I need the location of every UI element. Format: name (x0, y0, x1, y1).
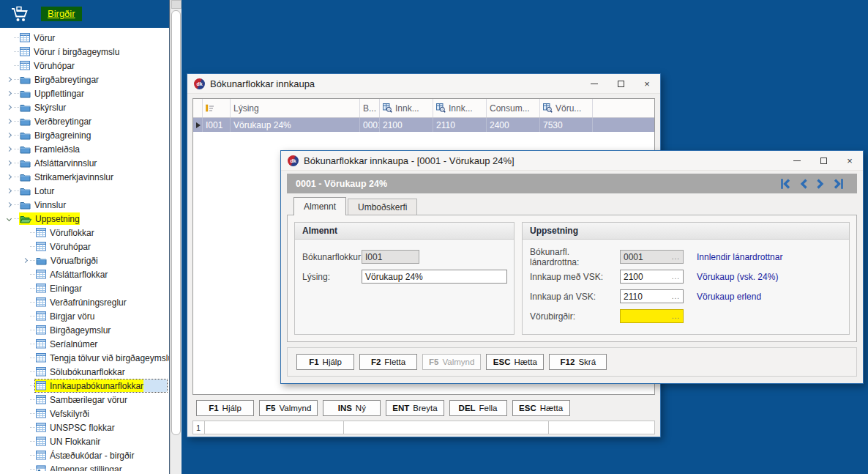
tab-almennt[interactable]: Almennt (293, 197, 346, 215)
chevron-right-icon[interactable] (7, 147, 12, 152)
scrollbar-up-button[interactable] (171, 0, 182, 9)
column-header-consum-6[interactable]: Consum... (487, 99, 540, 117)
minimize-button[interactable] (581, 74, 607, 93)
table-row[interactable]: I001Vörukaup 24%00012100211024007530 (193, 118, 654, 132)
tree-item-v-ruflokkar[interactable]: Vöruflokkar (0, 226, 169, 240)
f1-hj-lp-button[interactable]: F1Hjálp (296, 354, 354, 370)
tree-item-ver-afr-ningsreglur[interactable]: Verðafrúningsreglur (0, 295, 169, 309)
tree-item-vinnslur[interactable]: Vinnslur (0, 198, 169, 212)
v-rubirg-ir-field[interactable]: ... (620, 309, 684, 323)
tree-item-lotur[interactable]: Lotur (0, 184, 169, 198)
column-header-v-ru-7[interactable]: Vöru... (540, 99, 593, 117)
field-label: Vörubirgðir: (530, 311, 620, 322)
tab-umbo-skerfi[interactable]: Umboðskerfi (348, 199, 417, 215)
tree-item-sk-rslur[interactable]: Skýrslur (0, 100, 169, 114)
tree-item-label: Strikamerkjavinnslur (34, 172, 113, 182)
maximize-button[interactable] (810, 151, 837, 170)
status-cell-3 (549, 421, 654, 434)
tree-item-innkaupab-kunarflokkar[interactable]: Innkaupabókunarflokkar (0, 379, 169, 393)
l-sing-field[interactable]: Vörukaup 24% (362, 270, 507, 284)
column-header-innk-4[interactable]: Innk... (380, 99, 433, 117)
tree-item-un-flokkanir[interactable]: UN Flokkanir (0, 434, 169, 448)
tree-item-framlei-sla[interactable]: Framleiðsla (0, 142, 169, 156)
tree-item-ver-breytingar[interactable]: Verðbreytingar (0, 114, 169, 128)
first-record-button[interactable] (780, 179, 793, 189)
tree-item-v-ruafbrig-i[interactable]: Vöruafbrigði (0, 253, 169, 267)
column-header-sort[interactable] (203, 99, 231, 117)
minimize-button[interactable] (784, 151, 810, 170)
tree-item-v-rur-birg-ageymslu[interactable]: Vörur í birgðageymslu (0, 45, 169, 59)
tree-item-almennar-stillingar[interactable]: Almennar stillingar (0, 462, 169, 471)
field-helper-text: Innlendir lánardrottnar (697, 252, 782, 262)
tree-item-birg-abreytingar[interactable]: Birgðabreytingar (0, 73, 169, 86)
column-header-b-3[interactable]: B... (360, 99, 380, 117)
tree-item-vefskilyr-i[interactable]: Vefskilyrði (0, 407, 169, 421)
tree-item-label: Verðbreytingar (34, 116, 91, 127)
tree-item-afsl-ttarvinnslur[interactable]: Afsláttarvinnslur (0, 156, 169, 170)
f5-valmynd-button[interactable]: F5Valmynd (259, 400, 318, 416)
ent-breyta-button[interactable]: ENTBreyta (386, 400, 444, 416)
tree-item-birg-agreining[interactable]: Birgðagreining (0, 128, 169, 142)
chevron-right-icon[interactable] (7, 188, 12, 193)
chevron-right-icon[interactable] (7, 202, 12, 207)
tree-item-v-ruh-par[interactable]: Vöruhópar (0, 240, 169, 253)
chevron-right-icon[interactable] (7, 105, 12, 110)
column-header-l-sing-2[interactable]: Lýsing (231, 99, 360, 117)
tree-item-birgjar-v-ru[interactable]: Birgjar vöru (0, 309, 169, 323)
field-helper-text: Vörukaup erlend (697, 292, 761, 302)
scrollbar-thumb[interactable] (171, 10, 181, 435)
previous-record-button[interactable] (799, 179, 809, 189)
column-header-innk-5[interactable]: Innk... (433, 99, 487, 117)
tree-connector (14, 149, 19, 149)
tree-item-s-lub-kunarflokkar[interactable]: Sölubókunarflokkar (0, 365, 169, 379)
f2-fletta-button[interactable]: F2Fletta (359, 354, 417, 370)
lookup-button[interactable]: ... (672, 254, 680, 260)
tree-item-uppsetning[interactable]: Uppsetning (0, 212, 169, 226)
next-record-button[interactable] (815, 179, 825, 189)
tree-item-label: Vinnslur (34, 200, 66, 210)
tree-item-afsl-ttarflokkar[interactable]: Afsláttarflokkar (0, 267, 169, 281)
table-icon (36, 311, 46, 321)
chevron-right-icon[interactable] (23, 258, 28, 263)
cell-3: 0001 (360, 118, 380, 132)
chevron-down-icon[interactable] (7, 216, 12, 221)
tree-item-label: Vöruhópar (50, 242, 91, 252)
last-record-button[interactable] (831, 179, 844, 189)
tree-item-samb-rilegar-v-rur[interactable]: Sambærilegar vörur (0, 393, 169, 407)
esc-h-tta-button[interactable]: ESCHætta (486, 354, 544, 370)
lookup-button[interactable]: ... (672, 274, 680, 280)
group-uppsetning: Uppsetning Bókunarfl. lánardrottna:0001.… (522, 222, 850, 335)
f12-skr-button[interactable]: F12Skrá (549, 354, 607, 370)
tree-item-birg-ageymslur[interactable]: Birgðageymslur (0, 323, 169, 337)
tree-item-unspsc-flokkar[interactable]: UNSPSC flokkar (0, 421, 169, 434)
tree-item-ser-aln-mer[interactable]: Seríalnúmer (0, 337, 169, 351)
tree-item-v-rur[interactable]: Vörur (0, 31, 169, 45)
chevron-right-icon[interactable] (7, 119, 12, 124)
close-button[interactable]: × (837, 151, 863, 170)
ins-n-button[interactable]: INSNý (323, 400, 381, 416)
chevron-right-icon[interactable] (7, 174, 12, 179)
chevron-right-icon[interactable] (7, 133, 12, 138)
tree-item-v-ruh-par[interactable]: Vöruhópar (0, 59, 169, 73)
innkaup-n-vsk-field[interactable]: 2110... (620, 289, 684, 303)
sidebar-scrollbar[interactable] (170, 0, 182, 474)
chevron-right-icon[interactable] (7, 91, 12, 96)
chevron-right-icon[interactable] (7, 77, 12, 82)
tree-item-uppflettingar[interactable]: Uppflettingar (0, 86, 169, 100)
del-fella-button[interactable]: DELFella (449, 400, 507, 416)
app-title[interactable]: Birgðir (41, 7, 82, 21)
lookup-button[interactable]: ... (672, 294, 680, 300)
esc-h-tta-button[interactable]: ESCHætta (512, 400, 570, 416)
tree-item-st-uk-dar-birg-ir[interactable]: Ástæðukódar - birgðir (0, 448, 169, 462)
f1-hj-lp-button[interactable]: F1Hjálp (196, 400, 254, 416)
column-header-marker[interactable] (193, 99, 203, 117)
tree-item-einingar[interactable]: Einingar (0, 281, 169, 295)
maximize-button[interactable] (607, 74, 634, 93)
field-row-innkaup-n-vsk: Innkaup án VSK:2110...Vörukaup erlend (530, 289, 842, 303)
tree-item-strikamerkjavinnslur[interactable]: Strikamerkjavinnslur (0, 170, 169, 184)
innkaup-me-vsk-field[interactable]: 2100... (620, 270, 684, 284)
close-button[interactable]: × (634, 74, 660, 93)
tree-item-tengja-t-lvur-vi-birg-ageymslu[interactable]: Tengja tölvur við birgðageymslu (0, 351, 169, 365)
chevron-right-icon[interactable] (7, 160, 12, 166)
lookup-button[interactable]: ... (672, 314, 680, 319)
